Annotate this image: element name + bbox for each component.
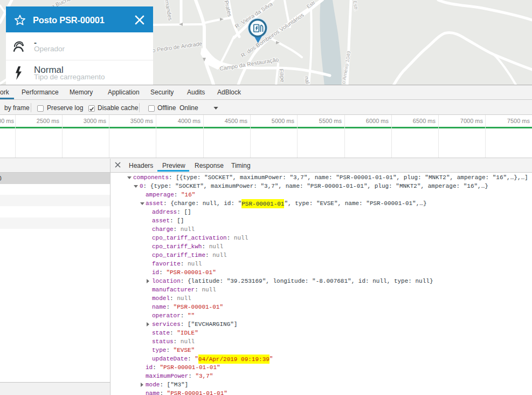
svg-text:nal: nal (303, 76, 311, 84)
